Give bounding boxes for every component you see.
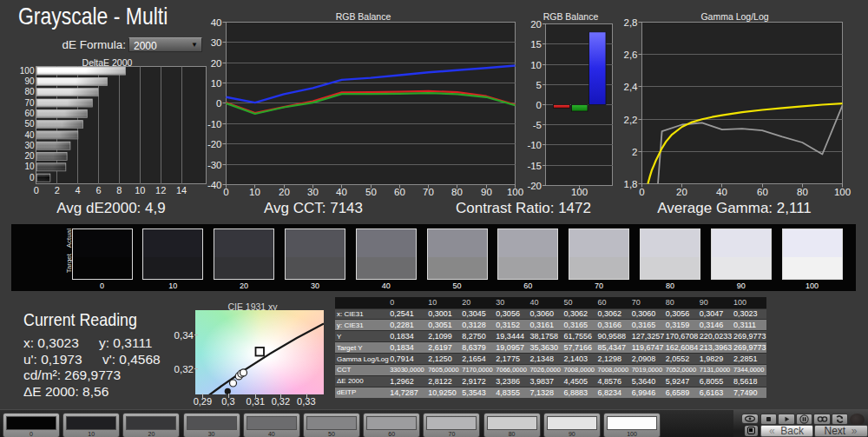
svg-text:10: 10 — [530, 60, 542, 70]
svg-text:50: 50 — [24, 119, 35, 129]
svg-text:2,2: 2,2 — [624, 115, 638, 125]
svg-text:10: 10 — [24, 162, 35, 171]
svg-text:30: 30 — [211, 37, 222, 48]
svg-text:80: 80 — [24, 87, 35, 96]
svg-text:20: 20 — [24, 151, 35, 161]
svg-text:40: 40 — [716, 187, 727, 197]
svg-text:40: 40 — [24, 130, 35, 140]
svg-text:RGB Balance: RGB Balance — [336, 11, 391, 22]
svg-text:100: 100 — [571, 187, 588, 197]
svg-text:15: 15 — [530, 39, 542, 50]
svg-text:0: 0 — [223, 187, 228, 197]
svg-text:-10: -10 — [207, 119, 222, 129]
svg-text:10: 10 — [135, 185, 145, 195]
svg-text:-20: -20 — [207, 139, 222, 149]
svg-text:20: 20 — [530, 19, 542, 30]
svg-text:60: 60 — [394, 187, 405, 197]
svg-text:30: 30 — [307, 187, 319, 197]
svg-text:0: 0 — [536, 100, 542, 110]
svg-text:-30: -30 — [207, 160, 222, 170]
svg-text:14: 14 — [176, 185, 187, 195]
svg-text:2,8: 2,8 — [624, 17, 638, 28]
svg-text:20: 20 — [279, 187, 290, 197]
svg-text:4: 4 — [76, 185, 81, 195]
svg-text:0: 0 — [216, 98, 221, 109]
svg-text:-15: -15 — [527, 161, 542, 171]
svg-text:12: 12 — [155, 185, 166, 195]
svg-text:Gamma Log/Log: Gamma Log/Log — [700, 11, 768, 22]
svg-text:40: 40 — [336, 187, 347, 197]
svg-text:90: 90 — [24, 76, 35, 86]
svg-text:70: 70 — [423, 187, 434, 197]
svg-text:50: 50 — [365, 187, 377, 197]
svg-text:0: 0 — [639, 187, 644, 197]
svg-text:-5: -5 — [533, 120, 542, 130]
svg-text:100: 100 — [834, 187, 851, 197]
svg-text:1,8: 1,8 — [624, 179, 638, 189]
svg-text:8: 8 — [116, 185, 122, 195]
svg-text:2,6: 2,6 — [624, 50, 638, 60]
svg-text:2: 2 — [55, 185, 60, 195]
svg-text:0: 0 — [30, 173, 35, 182]
svg-text:100: 100 — [20, 66, 35, 76]
svg-text:40: 40 — [211, 17, 222, 28]
svg-text:0: 0 — [34, 185, 39, 195]
svg-text:2,4: 2,4 — [624, 82, 639, 92]
svg-text:70: 70 — [24, 98, 35, 108]
svg-text:20: 20 — [211, 58, 222, 69]
svg-text:10: 10 — [249, 187, 260, 197]
svg-text:30: 30 — [24, 141, 35, 150]
svg-text:-40: -40 — [207, 180, 222, 190]
svg-text:6: 6 — [95, 185, 101, 195]
svg-text:60: 60 — [757, 187, 768, 197]
svg-text:DeltaE 2000: DeltaE 2000 — [82, 57, 133, 68]
svg-text:80: 80 — [797, 187, 808, 197]
svg-text:-20: -20 — [527, 181, 542, 191]
svg-text:5: 5 — [536, 80, 542, 90]
svg-text:60: 60 — [24, 109, 35, 118]
svg-text:-10: -10 — [527, 140, 542, 150]
svg-text:RGB Balance: RGB Balance — [543, 11, 599, 22]
svg-text:80: 80 — [451, 187, 463, 197]
svg-text:2: 2 — [632, 147, 637, 157]
svg-text:90: 90 — [481, 187, 492, 197]
svg-text:20: 20 — [676, 187, 687, 197]
svg-text:10: 10 — [211, 78, 222, 89]
